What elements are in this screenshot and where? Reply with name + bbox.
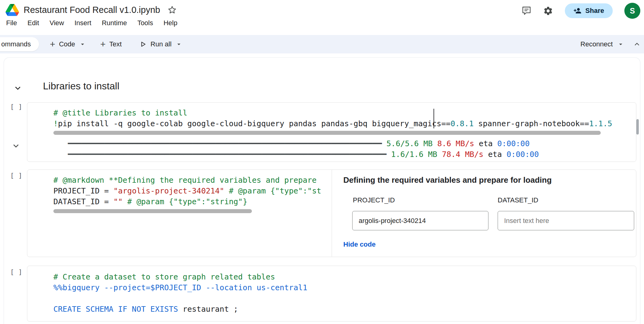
collapse-toolbar-icon[interactable]	[633, 40, 641, 48]
drive-colab-logo-icon[interactable]	[6, 4, 19, 16]
cell-run-indicator[interactable]: [ ]	[10, 172, 22, 179]
code-editor[interactable]: # @title Libraries to install!pip instal…	[27, 103, 636, 135]
hide-code-link[interactable]: Hide code	[343, 240, 376, 248]
run-all-label: Run all	[151, 40, 172, 48]
project-id-label: PROJECT_ID	[353, 196, 395, 204]
star-icon[interactable]	[168, 5, 177, 14]
notebook-title[interactable]: Restaurant Food Recall v1.0.ipynb	[24, 5, 160, 15]
share-label: Share	[585, 7, 604, 15]
code-editor[interactable]: # @markdown **Defining the required vari…	[27, 170, 332, 208]
chevron-down-icon[interactable]	[617, 41, 624, 48]
code-cell-variables: # @markdown **Defining the required vari…	[27, 170, 636, 257]
chevron-down-icon[interactable]	[79, 41, 86, 48]
chevron-down-icon[interactable]	[175, 41, 183, 48]
dataset-id-input[interactable]	[498, 211, 634, 230]
section-collapse-icon[interactable]	[13, 84, 22, 93]
menu-file[interactable]: File	[6, 19, 17, 27]
section-heading[interactable]: Libraries to install	[43, 80, 119, 92]
notebook-toolbar: ommands + Code + Text Run all Reconnect	[0, 35, 644, 53]
add-text-label: Text	[109, 40, 121, 48]
account-avatar[interactable]: S	[624, 3, 640, 19]
cell-run-indicator[interactable]: [ ]	[10, 103, 22, 111]
person-add-icon	[573, 7, 581, 15]
share-button[interactable]: Share	[565, 3, 613, 18]
menu-help[interactable]: Help	[164, 19, 177, 27]
run-all-button[interactable]: Run all	[139, 40, 183, 48]
menu-edit[interactable]: Edit	[27, 19, 39, 27]
dataset-id-label: DATASET_ID	[498, 196, 538, 204]
vertical-scrollbar[interactable]	[636, 119, 639, 135]
text-cursor	[434, 109, 434, 128]
cell-run-indicator[interactable]: [ ]	[10, 268, 22, 276]
menu-insert[interactable]: Insert	[75, 19, 91, 27]
menu-runtime[interactable]: Runtime	[102, 19, 127, 27]
reconnect-button[interactable]: Reconnect	[580, 40, 613, 48]
code-cell-libraries: # @title Libraries to install!pip instal…	[27, 102, 636, 162]
add-code-button[interactable]: + Code	[50, 40, 86, 49]
params-form: Defining the required variables and prep…	[332, 170, 636, 257]
settings-gear-icon[interactable]	[543, 6, 553, 16]
code-editor[interactable]: # Create a dataset to store graph relate…	[27, 266, 636, 321]
output-collapse-icon[interactable]	[11, 141, 21, 150]
menu-bar: File Edit View Insert Runtime Tools Help	[0, 19, 644, 27]
project-id-input[interactable]	[352, 211, 488, 230]
horizontal-scrollbar[interactable]	[53, 209, 252, 213]
app-header: Restaurant Food Recall v1.0.ipynb File E…	[0, 0, 644, 35]
play-icon	[139, 40, 147, 48]
add-text-button[interactable]: + Text	[100, 40, 122, 49]
comments-icon[interactable]	[522, 6, 531, 16]
form-title: Defining the required variables and prep…	[343, 175, 552, 185]
notebook-content-area: Libraries to install [ ] # @title Librar…	[4, 58, 640, 324]
menu-tools[interactable]: Tools	[137, 19, 153, 27]
cell-output: ━━━━━━━━━━━━━━━━━━━━━━━━━━━━━━━━━━━━━━━━…	[27, 137, 636, 162]
add-code-label: Code	[59, 40, 75, 48]
horizontal-scrollbar[interactable]	[53, 131, 601, 135]
code-cell-create-schema: # Create a dataset to store graph relate…	[27, 266, 636, 322]
plus-icon: +	[50, 40, 56, 49]
menu-view[interactable]: View	[49, 19, 64, 27]
commands-button[interactable]: ommands	[0, 37, 39, 51]
plus-icon: +	[100, 40, 106, 49]
